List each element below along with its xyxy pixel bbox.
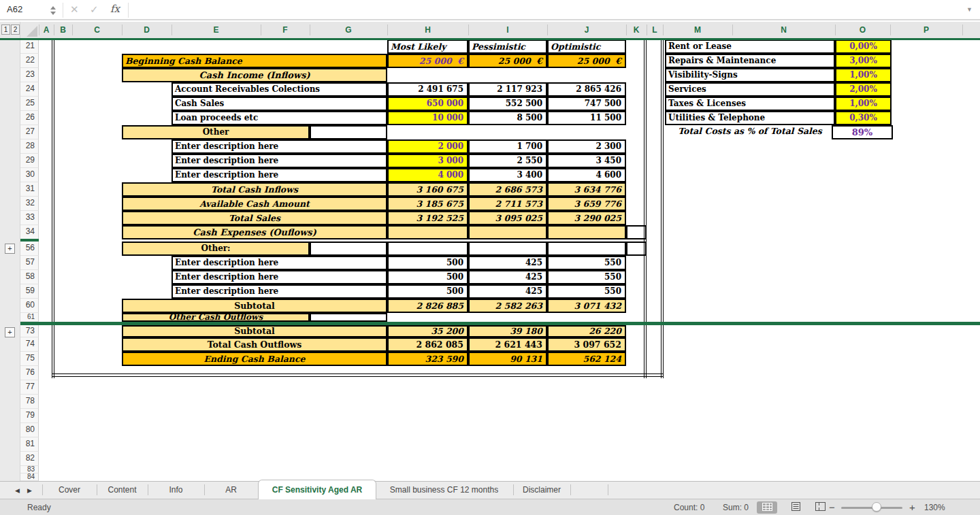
total-value-cell[interactable]: 2 686 573 xyxy=(468,182,547,197)
total-value-cell[interactable]: 3 634 776 xyxy=(547,182,626,197)
total-value-cell[interactable]: 35 200 xyxy=(387,325,468,337)
formula-bar-expand-icon[interactable]: ▼ xyxy=(966,6,973,13)
total-label-cell[interactable]: Subtotal xyxy=(122,299,387,313)
item-value-cell[interactable]: 500 xyxy=(387,270,468,284)
empty-cell[interactable] xyxy=(310,313,387,322)
scenario-header-cell[interactable]: Pessimistic xyxy=(468,39,547,54)
row-header-77[interactable]: 77 xyxy=(20,380,39,395)
item-label-cell[interactable]: Enter description here xyxy=(172,270,387,284)
sheet-tab-ar[interactable]: AR xyxy=(204,481,258,499)
total-value-cell[interactable]: 2 582 263 xyxy=(468,299,547,313)
cancel-icon[interactable]: ✕ xyxy=(70,3,79,16)
sheet-tab-info[interactable]: Info xyxy=(148,481,204,499)
row-header-75[interactable]: 75 xyxy=(20,352,39,366)
scenario-header-cell[interactable]: Most Likely xyxy=(387,39,468,54)
row-header-59[interactable]: 59 xyxy=(20,284,39,299)
group-expand-button[interactable]: + xyxy=(5,244,15,254)
item-value-cell[interactable]: 3 450 xyxy=(547,154,626,168)
row-header-84[interactable]: 84 xyxy=(20,474,39,481)
item-value-cell[interactable]: 425 xyxy=(468,256,547,270)
row-header-74[interactable]: 74 xyxy=(20,337,39,352)
statement-value-cell[interactable]: 25 000 € xyxy=(387,54,468,68)
item-value-cell[interactable]: 2 300 xyxy=(547,139,626,154)
total-value-cell[interactable]: 3 095 025 xyxy=(468,211,547,225)
page-layout-view-button[interactable] xyxy=(785,501,806,514)
total-label-cell[interactable]: Total Sales xyxy=(122,211,387,225)
input-value-cell[interactable]: 2 000 xyxy=(387,139,468,154)
group-expand-button[interactable]: + xyxy=(5,327,15,337)
column-header-F[interactable]: F xyxy=(261,22,310,38)
sheet-tab-disclaimer[interactable]: Disclaimer xyxy=(513,481,570,499)
row-header-57[interactable]: 57 xyxy=(20,256,39,270)
row-header-34[interactable]: 34 xyxy=(20,225,39,239)
row-header-76[interactable]: 76 xyxy=(20,366,39,380)
cost-label-cell[interactable]: Repairs & Maintenance xyxy=(665,54,835,68)
item-value-cell[interactable]: 500 xyxy=(387,284,468,299)
total-value-cell[interactable]: 3 192 525 xyxy=(387,211,468,225)
row-header-30[interactable]: 30 xyxy=(20,168,39,182)
cost-label-cell[interactable]: Visibility-Signs xyxy=(665,68,835,82)
other-header-cell[interactable]: Other: xyxy=(122,242,310,256)
statement-value-cell[interactable]: 25 000 € xyxy=(547,54,626,68)
other-header-cell[interactable]: Other xyxy=(122,125,310,139)
row-header-82[interactable]: 82 xyxy=(20,452,39,466)
row-header-81[interactable]: 81 xyxy=(20,437,39,452)
item-value-cell[interactable]: 550 xyxy=(547,284,626,299)
row-header-58[interactable]: 58 xyxy=(20,270,39,284)
sheet-tab-cover[interactable]: Cover xyxy=(42,481,97,499)
statement-row-label[interactable]: Beginning Cash Balance xyxy=(122,54,387,68)
total-label-cell[interactable]: Subtotal xyxy=(122,325,387,337)
cost-label-cell[interactable]: Utilities & Telephone xyxy=(665,111,835,125)
zoom-in-button[interactable]: + xyxy=(909,501,915,513)
other-header-cell[interactable]: Other Cash Outflows xyxy=(122,313,310,322)
normal-view-button[interactable] xyxy=(757,501,777,514)
cost-label-cell[interactable]: Services xyxy=(665,82,835,97)
next-sheet-icon[interactable]: ▶ xyxy=(27,487,32,494)
sheet-tab-content[interactable]: Content xyxy=(97,481,148,499)
total-value-cell[interactable]: 3 160 675 xyxy=(387,182,468,197)
total-value-cell[interactable]: 3 659 776 xyxy=(547,197,626,211)
empty-cell[interactable] xyxy=(310,242,387,256)
item-value-cell[interactable]: 2 117 923 xyxy=(468,82,547,97)
total-label-cell[interactable]: Available Cash Amount xyxy=(122,197,387,211)
item-label-cell[interactable]: Account Receivables Colections xyxy=(172,82,387,97)
total-value-cell[interactable]: 562 124 xyxy=(547,352,626,366)
row-header-80[interactable]: 80 xyxy=(20,423,39,437)
select-all-corner[interactable] xyxy=(20,22,39,38)
empty-cell[interactable] xyxy=(387,242,468,256)
total-value-cell[interactable]: 3 097 652 xyxy=(547,337,626,352)
item-label-cell[interactable]: Enter description here xyxy=(172,284,387,299)
column-header-I[interactable]: I xyxy=(468,22,547,38)
item-value-cell[interactable]: 550 xyxy=(547,256,626,270)
zoom-slider-thumb[interactable] xyxy=(872,502,881,512)
cost-percent-cell[interactable]: 1,00% xyxy=(835,68,892,82)
section-header-cell[interactable]: Cash Income (Inflows) xyxy=(122,68,387,82)
item-value-cell[interactable]: 2 550 xyxy=(468,154,547,168)
total-label-cell[interactable]: Ending Cash Balance xyxy=(122,352,387,366)
item-label-cell[interactable]: Enter description here xyxy=(172,256,387,270)
total-value-cell[interactable]: 3 071 432 xyxy=(547,299,626,313)
item-value-cell[interactable]: 500 xyxy=(387,256,468,270)
item-label-cell[interactable]: Enter description here xyxy=(172,139,387,154)
column-header-E[interactable]: E xyxy=(172,22,261,38)
prev-sheet-icon[interactable]: ◀ xyxy=(15,487,20,494)
page-break-view-button[interactable] xyxy=(810,501,830,514)
row-header-79[interactable]: 79 xyxy=(20,409,39,423)
section-empty-cell[interactable] xyxy=(547,225,626,239)
input-value-cell[interactable]: 4 000 xyxy=(387,168,468,182)
item-value-cell[interactable]: 550 xyxy=(547,270,626,284)
item-label-cell[interactable]: Enter description here xyxy=(172,154,387,168)
row-header-78[interactable]: 78 xyxy=(20,395,39,409)
insert-function-icon[interactable]: fx xyxy=(110,3,120,15)
cost-label-cell[interactable]: Taxes & Licenses xyxy=(665,97,835,111)
total-value-cell[interactable]: 90 131 xyxy=(468,352,547,366)
row-header-23[interactable]: 23 xyxy=(20,68,39,82)
total-value-cell[interactable]: 26 220 xyxy=(547,325,626,337)
row-header-32[interactable]: 32 xyxy=(20,197,39,211)
cost-percent-cell[interactable]: 3,00% xyxy=(835,54,892,68)
column-header-B[interactable]: B xyxy=(54,22,72,38)
item-label-cell[interactable]: Cash Sales xyxy=(172,97,387,111)
row-header-29[interactable]: 29 xyxy=(20,154,39,168)
total-value-cell[interactable]: 323 590 xyxy=(387,352,468,366)
stepper-down-icon[interactable] xyxy=(50,12,56,15)
